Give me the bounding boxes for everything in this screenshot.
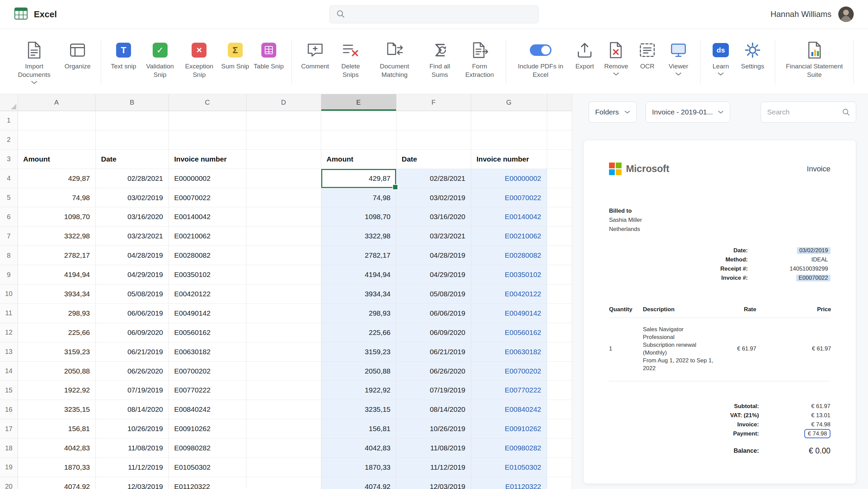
- cell-D16[interactable]: [246, 400, 321, 419]
- validation-snip-button[interactable]: ✓ Validation Snip: [140, 29, 179, 94]
- cell-F2[interactable]: [396, 130, 471, 149]
- cell-E5[interactable]: 74,98: [321, 188, 396, 207]
- financial-statement-suite-button[interactable]: Financial Statement Suite: [781, 29, 848, 94]
- cell-C16[interactable]: E00840242: [169, 400, 246, 419]
- cell-C7[interactable]: E00210062: [169, 227, 246, 246]
- cell-B16[interactable]: 08/14/2020: [95, 400, 169, 419]
- cell-D10[interactable]: [246, 284, 321, 304]
- cell-G14[interactable]: E00700202: [471, 361, 547, 381]
- cell-C4[interactable]: E00000002: [169, 169, 246, 188]
- cell-H18[interactable]: [547, 439, 572, 458]
- column-header-B[interactable]: B: [95, 94, 169, 111]
- cell-E4[interactable]: 429,87: [321, 169, 396, 188]
- row-header-3[interactable]: 3: [0, 149, 18, 169]
- cell-B7[interactable]: 03/23/2021: [95, 227, 169, 246]
- cell-E10[interactable]: 3934,34: [321, 284, 396, 304]
- cell-A2[interactable]: [18, 130, 95, 149]
- cell-E8[interactable]: 2782,17: [321, 246, 396, 265]
- table-snip-button[interactable]: Table Snip: [252, 29, 286, 94]
- column-header-E[interactable]: E: [321, 94, 396, 111]
- cell-A1[interactable]: [18, 111, 95, 130]
- cell-H20[interactable]: [547, 477, 572, 489]
- cell-C3[interactable]: Invoice number: [169, 149, 246, 169]
- cell-B14[interactable]: 06/26/2020: [95, 361, 169, 381]
- cell-F12[interactable]: 06/09/2020: [396, 323, 471, 342]
- cell-E1[interactable]: [321, 111, 396, 130]
- cell-D15[interactable]: [246, 381, 321, 400]
- cell-B10[interactable]: 05/08/2019: [95, 284, 169, 304]
- highlighted-value[interactable]: 03/02/2019: [797, 247, 830, 254]
- row-header-16[interactable]: 16: [0, 400, 18, 419]
- cell-H12[interactable]: [547, 323, 572, 342]
- row-header-13[interactable]: 13: [0, 342, 18, 361]
- text-snip-button[interactable]: T Text snip: [107, 29, 140, 94]
- cell-F1[interactable]: [396, 111, 471, 130]
- cell-D18[interactable]: [246, 439, 321, 458]
- cell-E19[interactable]: 1870,33: [321, 458, 396, 477]
- folders-dropdown[interactable]: Folders: [589, 102, 637, 123]
- cell-G18[interactable]: E00980282: [471, 439, 547, 458]
- cell-F3[interactable]: Date: [396, 149, 471, 169]
- row-header-9[interactable]: 9: [0, 265, 18, 284]
- cell-B18[interactable]: 11/08/2019: [95, 439, 169, 458]
- cell-H9[interactable]: [547, 265, 572, 284]
- cell-H11[interactable]: [547, 303, 572, 323]
- cell-E7[interactable]: 3322,98: [321, 227, 396, 246]
- cell-C10[interactable]: E00420122: [169, 284, 246, 304]
- cell-A20[interactable]: 4074,92: [18, 477, 95, 489]
- cell-G15[interactable]: E00770222: [471, 381, 547, 400]
- cell-D3[interactable]: [246, 149, 321, 169]
- row-header-20[interactable]: 20: [0, 477, 18, 489]
- remove-button[interactable]: Remove: [600, 29, 632, 94]
- cell-B15[interactable]: 07/19/2019: [95, 381, 169, 400]
- cell-H14[interactable]: [547, 361, 572, 381]
- cell-E17[interactable]: 156,81: [321, 419, 396, 439]
- cell-H8[interactable]: [547, 246, 572, 265]
- row-header-1[interactable]: 1: [0, 111, 18, 130]
- cell-A16[interactable]: 3235,15: [18, 400, 95, 419]
- cell-E16[interactable]: 3235,15: [321, 400, 396, 419]
- cell-G6[interactable]: E00140042: [471, 207, 547, 227]
- cell-H4[interactable]: [547, 169, 572, 188]
- organize-button[interactable]: Organize: [60, 29, 95, 94]
- cell-G12[interactable]: E00560162: [471, 323, 547, 342]
- cell-F11[interactable]: 06/06/2019: [396, 303, 471, 323]
- cell-A17[interactable]: 156,81: [18, 419, 95, 439]
- cell-D19[interactable]: [246, 458, 321, 477]
- cell-G9[interactable]: E00350102: [471, 265, 547, 284]
- cell-D9[interactable]: [246, 265, 321, 284]
- row-header-14[interactable]: 14: [0, 361, 18, 381]
- export-button[interactable]: Export: [569, 29, 600, 94]
- cell-E9[interactable]: 4194,94: [321, 265, 396, 284]
- cell-F6[interactable]: 03/16/2020: [396, 207, 471, 227]
- cell-C9[interactable]: E00350102: [169, 265, 246, 284]
- column-header-G[interactable]: G: [471, 94, 547, 111]
- cell-E3[interactable]: Amount: [321, 149, 396, 169]
- cell-F14[interactable]: 06/26/2020: [396, 361, 471, 381]
- cell-A9[interactable]: 4194,94: [18, 265, 95, 284]
- cell-C13[interactable]: E00630182: [169, 342, 246, 361]
- cell-G19[interactable]: E01050302: [471, 458, 547, 477]
- cell-E14[interactable]: 2050,88: [321, 361, 396, 381]
- chevron-down-icon[interactable]: [675, 72, 682, 76]
- cell-E18[interactable]: 4042,83: [321, 439, 396, 458]
- cell-B2[interactable]: [95, 130, 169, 149]
- cell-D12[interactable]: [246, 323, 321, 342]
- cell-D5[interactable]: [246, 188, 321, 207]
- cell-C8[interactable]: E00280082: [169, 246, 246, 265]
- cell-A14[interactable]: 2050,88: [18, 361, 95, 381]
- cell-C11[interactable]: E00490142: [169, 303, 246, 323]
- row-header-18[interactable]: 18: [0, 439, 18, 458]
- cell-A11[interactable]: 298,93: [18, 303, 95, 323]
- cell-F8[interactable]: 04/28/2019: [396, 246, 471, 265]
- cell-D17[interactable]: [246, 419, 321, 439]
- cell-D2[interactable]: [246, 130, 321, 149]
- cell-D6[interactable]: [246, 207, 321, 227]
- cell-G16[interactable]: E00840242: [471, 400, 547, 419]
- column-header-C[interactable]: C: [169, 94, 246, 111]
- cell-G7[interactable]: E00210062: [471, 227, 547, 246]
- global-search-input[interactable]: [349, 10, 532, 19]
- column-header-F[interactable]: F: [396, 94, 471, 111]
- cell-B1[interactable]: [95, 111, 169, 130]
- cell-C2[interactable]: [169, 130, 246, 149]
